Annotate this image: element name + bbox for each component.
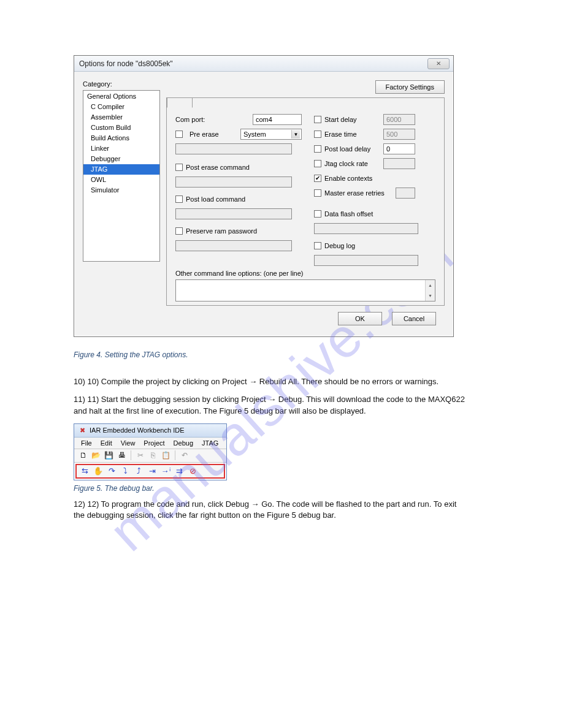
post-load-checkbox[interactable] xyxy=(175,195,183,203)
step-over-icon[interactable]: ↷ xyxy=(106,466,117,477)
category-item[interactable]: General Options xyxy=(83,91,159,102)
toolbar-debug: ⇆ ✋ ↷ ⤵ ⤴ ⇥ →ⁱ ⇉ ⊘ xyxy=(75,464,225,479)
close-button[interactable]: ✕ xyxy=(427,58,450,69)
category-item[interactable]: OWL xyxy=(83,175,159,185)
other-options-textarea[interactable]: ▲▼ xyxy=(175,279,435,301)
cancel-button[interactable]: Cancel xyxy=(392,312,436,325)
com-port-input[interactable] xyxy=(253,114,302,125)
other-options-label: Other command line options: (one per lin… xyxy=(175,270,435,277)
cut-icon[interactable]: ✂ xyxy=(135,450,145,461)
pre-erase-select-value: System xyxy=(243,131,266,138)
dialog-title: Options for node "ds8005ek" xyxy=(79,59,427,68)
category-item[interactable]: C Compiler xyxy=(83,102,159,112)
panel-tab[interactable] xyxy=(167,97,193,108)
jtag-clock-input[interactable] xyxy=(383,158,415,169)
start-delay-input[interactable] xyxy=(383,114,415,125)
menu-edit[interactable]: Edit xyxy=(96,438,117,448)
titlebar: Options for node "ds8005ek" ✕ xyxy=(74,56,453,72)
category-listbox[interactable]: General Options C Compiler Assembler Cus… xyxy=(83,90,160,262)
master-erase-label: Master erase retries xyxy=(324,189,396,197)
debug-log-label: Debug log xyxy=(324,242,355,249)
close-icon: ✕ xyxy=(436,60,441,67)
category-item[interactable]: Assembler xyxy=(83,112,159,123)
menubar: File Edit View Project Debug JTAG xyxy=(74,438,226,449)
pre-erase-select[interactable]: System ▼ xyxy=(240,129,302,140)
step-into-icon[interactable]: ⤵ xyxy=(120,466,131,477)
save-icon[interactable]: 💾 xyxy=(104,450,114,461)
category-label: Category: xyxy=(83,80,160,88)
print-icon[interactable]: 🖶 xyxy=(117,450,127,461)
new-icon[interactable]: 🗋 xyxy=(78,450,88,461)
master-erase-checkbox[interactable] xyxy=(314,189,321,197)
post-load-delay-input[interactable] xyxy=(383,143,415,154)
data-flash-label: Data flash offset xyxy=(324,210,373,218)
stop-debug-icon[interactable]: ⊘ xyxy=(187,466,198,477)
post-erase-field xyxy=(175,176,292,188)
pre-erase-field xyxy=(175,143,292,154)
undo-icon[interactable]: ↶ xyxy=(179,450,190,461)
pre-erase-checkbox[interactable] xyxy=(175,131,183,138)
document-body: 10) 10) Compile the project by clicking … xyxy=(74,376,466,417)
category-item[interactable]: Simulator xyxy=(83,185,159,195)
master-erase-input[interactable] xyxy=(396,188,415,199)
figure5-caption: Figure 5. The debug bar. xyxy=(74,484,489,493)
separator xyxy=(131,450,131,460)
menu-project[interactable]: Project xyxy=(139,438,169,448)
menu-file[interactable]: File xyxy=(77,438,96,448)
figure4-caption: Figure 4. Setting the JTAG options. xyxy=(74,351,489,359)
step12-text: 12) To program the code and run, click D… xyxy=(74,499,456,520)
jtag-clock-checkbox[interactable] xyxy=(314,160,321,167)
go-icon[interactable]: ⇉ xyxy=(174,466,185,477)
chevron-down-icon: ▼ xyxy=(291,130,300,138)
category-item[interactable]: Linker xyxy=(83,143,159,154)
debug-log-field xyxy=(314,255,418,266)
debug-log-checkbox[interactable] xyxy=(314,242,321,249)
ok-button[interactable]: OK xyxy=(338,312,382,325)
category-item[interactable]: Debugger xyxy=(83,154,159,164)
paste-icon[interactable]: 📋 xyxy=(161,450,171,461)
start-delay-label: Start delay xyxy=(324,116,383,123)
com-port-label: Com port: xyxy=(175,116,215,123)
copy-icon[interactable]: ⎘ xyxy=(148,450,158,461)
toolbar-standard: 🗋 📂 💾 🖶 ✂ ⎘ 📋 ↶ xyxy=(74,449,226,463)
erase-time-checkbox[interactable] xyxy=(314,131,321,138)
menu-view[interactable]: View xyxy=(117,438,140,448)
preserve-ram-label: Preserve ram password xyxy=(186,227,257,235)
menu-debug[interactable]: Debug xyxy=(169,438,197,448)
ide-titlebar: ✖ IAR Embedded Workbench IDE xyxy=(74,424,226,438)
open-icon[interactable]: 📂 xyxy=(91,450,101,461)
step-out-icon[interactable]: ⤴ xyxy=(133,466,144,477)
reset-icon[interactable]: ⇆ xyxy=(79,466,90,477)
erase-time-label: Erase time xyxy=(324,131,383,138)
data-flash-checkbox[interactable] xyxy=(314,210,321,218)
preserve-ram-checkbox[interactable] xyxy=(175,227,183,235)
menu-jtag[interactable]: JTAG xyxy=(197,438,223,448)
options-panel: Com port: Pre erase System ▼ xyxy=(166,97,445,306)
next-statement-icon[interactable]: →ⁱ xyxy=(160,466,171,477)
step11-text: 11) Start the debugging session by click… xyxy=(74,395,465,415)
step10-text: 10) Compile the project by clicking on P… xyxy=(87,377,439,386)
pre-erase-label: Pre erase xyxy=(190,131,219,138)
erase-time-input[interactable] xyxy=(383,129,415,140)
document-body-2: 12) 12) To program the code and run, cli… xyxy=(74,499,466,522)
post-load-field xyxy=(175,208,292,219)
category-item-selected[interactable]: JTAG xyxy=(83,164,159,175)
scroll-down-icon: ▼ xyxy=(426,290,435,301)
category-item[interactable]: Custom Build xyxy=(83,123,159,133)
break-icon[interactable]: ✋ xyxy=(93,466,104,477)
post-erase-checkbox[interactable] xyxy=(175,164,183,171)
scroll-up-icon: ▲ xyxy=(426,280,435,290)
category-item[interactable]: Build Actions xyxy=(83,133,159,143)
post-erase-label: Post erase command xyxy=(186,164,250,171)
separator xyxy=(175,450,175,460)
post-load-delay-checkbox[interactable] xyxy=(314,145,321,153)
preserve-ram-field xyxy=(175,240,292,251)
ide-title-text: IAR Embedded Workbench IDE xyxy=(90,427,184,434)
start-delay-checkbox[interactable] xyxy=(314,116,321,123)
post-load-delay-label: Post load delay xyxy=(324,145,383,153)
enable-contexts-label: Enable contexts xyxy=(324,175,372,182)
textarea-scroll[interactable]: ▲▼ xyxy=(425,280,435,301)
enable-contexts-checkbox[interactable] xyxy=(314,175,321,182)
factory-settings-button[interactable]: Factory Settings xyxy=(375,80,445,94)
run-to-icon[interactable]: ⇥ xyxy=(147,466,158,477)
